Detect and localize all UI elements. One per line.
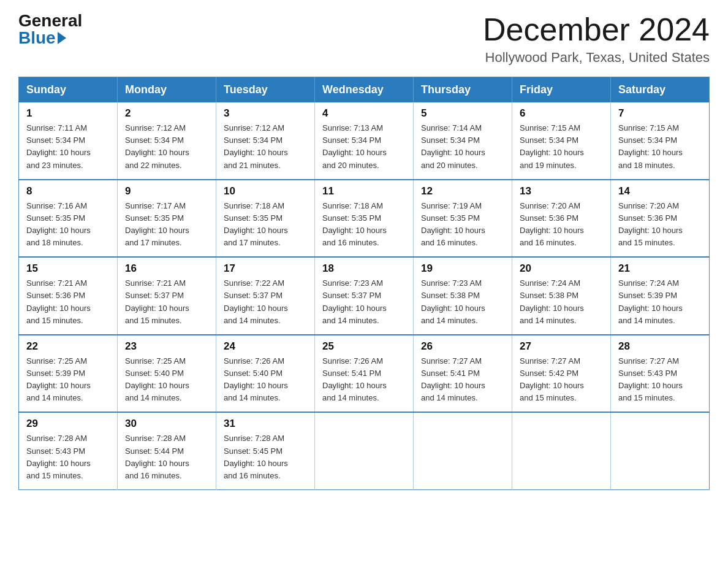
day-number: 23 xyxy=(125,340,208,353)
day-number: 17 xyxy=(224,262,307,275)
calendar-cell: 23Sunrise: 7:25 AMSunset: 5:40 PMDayligh… xyxy=(118,335,216,413)
calendar-cell: 28Sunrise: 7:27 AMSunset: 5:43 PMDayligh… xyxy=(611,335,710,413)
calendar-cell: 4Sunrise: 7:13 AMSunset: 5:34 PMDaylight… xyxy=(315,102,414,180)
calendar-cell: 13Sunrise: 7:20 AMSunset: 5:36 PMDayligh… xyxy=(512,180,611,258)
day-info: Sunrise: 7:15 AMSunset: 5:34 PMDaylight:… xyxy=(520,122,603,172)
day-header-sunday: Sunday xyxy=(19,77,118,103)
day-number: 31 xyxy=(224,418,307,430)
day-number: 5 xyxy=(421,107,504,120)
day-number: 4 xyxy=(322,107,406,120)
day-number: 8 xyxy=(26,185,110,197)
day-number: 19 xyxy=(421,262,504,275)
day-number: 1 xyxy=(26,107,110,120)
day-number: 3 xyxy=(224,107,307,120)
logo-arrow-icon xyxy=(58,32,66,44)
day-number: 28 xyxy=(618,340,702,353)
day-number: 15 xyxy=(26,262,110,275)
day-number: 12 xyxy=(421,185,504,197)
day-number: 11 xyxy=(322,185,406,197)
day-info: Sunrise: 7:11 AMSunset: 5:34 PMDaylight:… xyxy=(26,122,110,172)
day-info: Sunrise: 7:17 AMSunset: 5:35 PMDaylight:… xyxy=(125,200,208,250)
calendar-cell: 22Sunrise: 7:25 AMSunset: 5:39 PMDayligh… xyxy=(19,335,118,413)
day-number: 21 xyxy=(618,262,702,275)
calendar-cell: 27Sunrise: 7:27 AMSunset: 5:42 PMDayligh… xyxy=(512,335,611,413)
day-number: 7 xyxy=(618,107,702,120)
day-header-saturday: Saturday xyxy=(611,77,710,103)
calendar-cell: 15Sunrise: 7:21 AMSunset: 5:36 PMDayligh… xyxy=(19,257,118,335)
calendar-cell xyxy=(315,412,414,489)
calendar-week-row: 1Sunrise: 7:11 AMSunset: 5:34 PMDaylight… xyxy=(19,102,710,180)
location-subtitle: Hollywood Park, Texas, United States xyxy=(483,50,710,66)
calendar-cell: 10Sunrise: 7:18 AMSunset: 5:35 PMDayligh… xyxy=(216,180,315,258)
logo: General Blue xyxy=(18,12,82,47)
day-info: Sunrise: 7:13 AMSunset: 5:34 PMDaylight:… xyxy=(322,122,406,172)
day-header-monday: Monday xyxy=(118,77,216,103)
calendar-cell: 30Sunrise: 7:28 AMSunset: 5:44 PMDayligh… xyxy=(118,412,216,489)
day-info: Sunrise: 7:28 AMSunset: 5:43 PMDaylight:… xyxy=(26,432,110,482)
calendar-cell: 6Sunrise: 7:15 AMSunset: 5:34 PMDaylight… xyxy=(512,102,611,180)
day-header-thursday: Thursday xyxy=(414,77,512,103)
day-number: 27 xyxy=(520,340,603,353)
day-info: Sunrise: 7:26 AMSunset: 5:41 PMDaylight:… xyxy=(322,355,406,405)
day-number: 14 xyxy=(618,185,702,197)
day-info: Sunrise: 7:25 AMSunset: 5:39 PMDaylight:… xyxy=(26,355,110,405)
calendar-cell xyxy=(414,412,512,489)
day-info: Sunrise: 7:28 AMSunset: 5:44 PMDaylight:… xyxy=(125,432,208,482)
calendar-cell: 3Sunrise: 7:12 AMSunset: 5:34 PMDaylight… xyxy=(216,102,315,180)
day-number: 9 xyxy=(125,185,208,197)
day-number: 18 xyxy=(322,262,406,275)
day-info: Sunrise: 7:23 AMSunset: 5:37 PMDaylight:… xyxy=(322,277,406,327)
calendar-week-row: 22Sunrise: 7:25 AMSunset: 5:39 PMDayligh… xyxy=(19,335,710,413)
day-info: Sunrise: 7:18 AMSunset: 5:35 PMDaylight:… xyxy=(322,200,406,250)
day-header-tuesday: Tuesday xyxy=(216,77,315,103)
calendar-cell: 21Sunrise: 7:24 AMSunset: 5:39 PMDayligh… xyxy=(611,257,710,335)
page-header: General Blue December 2024 Hollywood Par… xyxy=(18,12,710,66)
day-info: Sunrise: 7:21 AMSunset: 5:37 PMDaylight:… xyxy=(125,277,208,327)
day-info: Sunrise: 7:18 AMSunset: 5:35 PMDaylight:… xyxy=(224,200,307,250)
calendar-cell: 17Sunrise: 7:22 AMSunset: 5:37 PMDayligh… xyxy=(216,257,315,335)
calendar-week-row: 8Sunrise: 7:16 AMSunset: 5:35 PMDaylight… xyxy=(19,180,710,258)
calendar-cell: 26Sunrise: 7:27 AMSunset: 5:41 PMDayligh… xyxy=(414,335,512,413)
title-block: December 2024 Hollywood Park, Texas, Uni… xyxy=(483,12,710,66)
day-header-friday: Friday xyxy=(512,77,611,103)
calendar-cell: 5Sunrise: 7:14 AMSunset: 5:34 PMDaylight… xyxy=(414,102,512,180)
calendar-cell xyxy=(512,412,611,489)
day-info: Sunrise: 7:24 AMSunset: 5:38 PMDaylight:… xyxy=(520,277,603,327)
logo-blue-text: Blue xyxy=(18,29,66,47)
day-info: Sunrise: 7:14 AMSunset: 5:34 PMDaylight:… xyxy=(421,122,504,172)
day-info: Sunrise: 7:24 AMSunset: 5:39 PMDaylight:… xyxy=(618,277,702,327)
calendar-cell: 1Sunrise: 7:11 AMSunset: 5:34 PMDaylight… xyxy=(19,102,118,180)
calendar-table: SundayMondayTuesdayWednesdayThursdayFrid… xyxy=(18,77,710,490)
day-info: Sunrise: 7:23 AMSunset: 5:38 PMDaylight:… xyxy=(421,277,504,327)
day-number: 30 xyxy=(125,418,208,430)
calendar-cell: 9Sunrise: 7:17 AMSunset: 5:35 PMDaylight… xyxy=(118,180,216,258)
calendar-cell: 14Sunrise: 7:20 AMSunset: 5:36 PMDayligh… xyxy=(611,180,710,258)
day-info: Sunrise: 7:12 AMSunset: 5:34 PMDaylight:… xyxy=(224,122,307,172)
day-number: 16 xyxy=(125,262,208,275)
day-number: 20 xyxy=(520,262,603,275)
calendar-cell: 31Sunrise: 7:28 AMSunset: 5:45 PMDayligh… xyxy=(216,412,315,489)
day-info: Sunrise: 7:19 AMSunset: 5:35 PMDaylight:… xyxy=(421,200,504,250)
calendar-cell: 8Sunrise: 7:16 AMSunset: 5:35 PMDaylight… xyxy=(19,180,118,258)
calendar-cell: 20Sunrise: 7:24 AMSunset: 5:38 PMDayligh… xyxy=(512,257,611,335)
logo-general-text: General xyxy=(18,12,82,29)
day-info: Sunrise: 7:27 AMSunset: 5:42 PMDaylight:… xyxy=(520,355,603,405)
calendar-week-row: 29Sunrise: 7:28 AMSunset: 5:43 PMDayligh… xyxy=(19,412,710,489)
day-number: 22 xyxy=(26,340,110,353)
calendar-cell: 16Sunrise: 7:21 AMSunset: 5:37 PMDayligh… xyxy=(118,257,216,335)
day-info: Sunrise: 7:27 AMSunset: 5:43 PMDaylight:… xyxy=(618,355,702,405)
calendar-cell: 11Sunrise: 7:18 AMSunset: 5:35 PMDayligh… xyxy=(315,180,414,258)
day-number: 24 xyxy=(224,340,307,353)
day-info: Sunrise: 7:25 AMSunset: 5:40 PMDaylight:… xyxy=(125,355,208,405)
day-number: 6 xyxy=(520,107,603,120)
day-info: Sunrise: 7:22 AMSunset: 5:37 PMDaylight:… xyxy=(224,277,307,327)
day-number: 13 xyxy=(520,185,603,197)
day-info: Sunrise: 7:27 AMSunset: 5:41 PMDaylight:… xyxy=(421,355,504,405)
calendar-cell: 2Sunrise: 7:12 AMSunset: 5:34 PMDaylight… xyxy=(118,102,216,180)
day-number: 29 xyxy=(26,418,110,430)
day-of-week-row: SundayMondayTuesdayWednesdayThursdayFrid… xyxy=(19,77,710,103)
calendar-header: SundayMondayTuesdayWednesdayThursdayFrid… xyxy=(19,77,710,103)
day-info: Sunrise: 7:16 AMSunset: 5:35 PMDaylight:… xyxy=(26,200,110,250)
calendar-cell xyxy=(611,412,710,489)
day-header-wednesday: Wednesday xyxy=(315,77,414,103)
